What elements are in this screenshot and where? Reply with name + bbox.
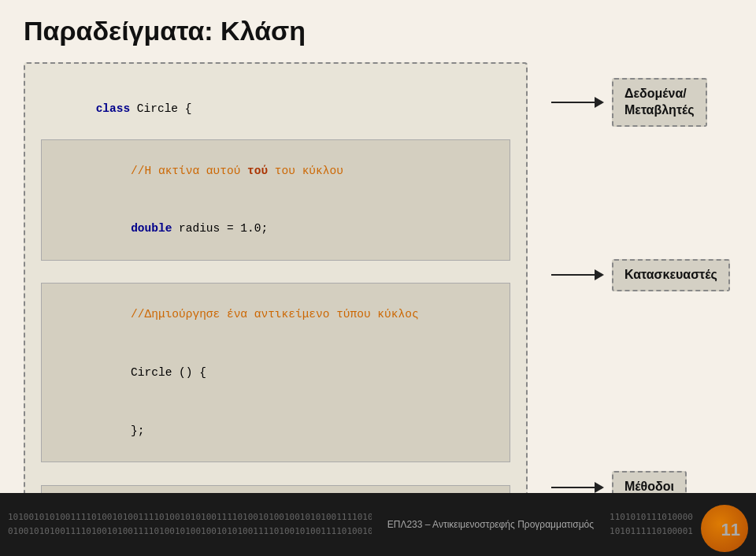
code-line-6: Circle () { (42, 343, 510, 402)
annotation-data-label: Δεδομένα/Μεταβλητές (612, 78, 707, 127)
page-title: Παραδείγματα: Κλάση (24, 16, 732, 46)
code-box: class Circle { //Η ακτίνα αυτού τού του … (24, 62, 528, 556)
page-number: 11 (721, 520, 740, 540)
annotations-panel: Δεδομένα/Μεταβλητές Κατασκευαστές Μέθοδο… (543, 62, 730, 503)
code-line-1: class Circle { (41, 80, 510, 138)
code-line-3: double radius = 1.0; (42, 200, 510, 258)
footer-binary-left: 1010010101001111010010100111101001010100… (0, 510, 372, 538)
footer-bar: 1010010101001111010010100111101001010100… (0, 493, 756, 556)
annotation-constructors-label: Κατασκευαστές (612, 259, 730, 291)
footer-center-text: ΕΠΛ233 – Αντικειμενοστρεφής Προγραμματισ… (372, 519, 610, 530)
annotation-data: Δεδομένα/Μεταβλητές (551, 78, 730, 127)
code-line-5: //Δημιούργησε ένα αντικείμενο τύπου κύκλ… (42, 285, 510, 343)
code-line-7: }; (42, 402, 510, 460)
annotation-constructors: Κατασκευαστές (551, 259, 730, 291)
code-line-2: //Η ακτίνα αυτού τού του κύκλου (42, 142, 510, 200)
